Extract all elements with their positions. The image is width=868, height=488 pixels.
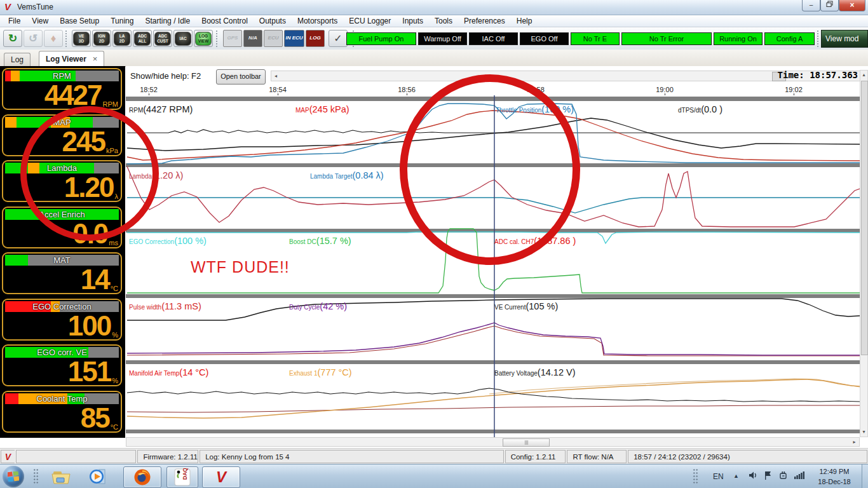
series-map-line — [127, 111, 860, 161]
status-indicator-running-on[interactable]: Running On — [714, 32, 763, 45]
series-name: VE Current — [494, 304, 526, 311]
status-indicator-fuel-pump-on[interactable]: Fuel Pump On — [346, 32, 416, 45]
chart-scroll-thumb[interactable] — [503, 438, 550, 447]
toolbar-n-a-button[interactable]: N/A — [243, 30, 262, 47]
series-value: (15.7 %) — [316, 236, 351, 246]
toolbar-adc-cust-button[interactable]: ADCCUST — [153, 30, 172, 47]
toolbar-reload-green-icon[interactable]: ↻ — [3, 30, 22, 47]
menu-item-tools[interactable]: Tools — [429, 15, 458, 27]
status-indicator-no-tr-e[interactable]: No Tr E — [571, 32, 620, 45]
menu-item-preferences[interactable]: Preferences — [458, 15, 511, 27]
power-plug-icon[interactable] — [779, 471, 788, 481]
help-hint-text: Show/hide help: F2 — [130, 71, 201, 81]
media-player-icon — [89, 468, 107, 485]
status-indicator-ego-off[interactable]: EGO Off — [520, 32, 569, 45]
taskbar-explorer-button[interactable] — [50, 466, 72, 487]
scroll-up-icon[interactable]: ▴ — [860, 71, 867, 79]
menu-item-view[interactable]: View — [26, 15, 54, 27]
series-dtps-line — [127, 130, 860, 133]
series-battery-line — [127, 388, 860, 402]
statusbar-vems-icon: V — [1, 450, 15, 463]
menu-item-motorsports[interactable]: Motorsports — [292, 15, 343, 27]
tray-expand-icon[interactable]: ▲ — [733, 473, 739, 479]
gauge-value: 245kPa — [62, 128, 118, 155]
tray-grip[interactable] — [693, 468, 698, 485]
gauge-unit: °C — [111, 284, 118, 293]
tab-log-viewer[interactable]: Log Viewer× — [39, 51, 104, 66]
gauge-unit: λ — [115, 192, 119, 201]
restore-button[interactable] — [820, 0, 839, 11]
status-indicator-config-a[interactable]: Config A — [764, 32, 815, 45]
menu-item-tuning[interactable]: Tuning — [105, 15, 139, 27]
menu-item-boost-control[interactable]: Boost Control — [196, 15, 254, 27]
gauge-number: 14 — [81, 266, 109, 293]
menu-item-base-setup[interactable]: Base Setup — [54, 15, 105, 27]
toolbar-ecu-button[interactable]: ECU — [264, 30, 283, 47]
toolbar-la-2d-button[interactable]: LA2D — [112, 30, 132, 47]
toolbar-ve-3d-button[interactable]: VE3D — [72, 30, 91, 47]
ve-3d-icon: VE3D — [73, 32, 90, 46]
menu-item-ecu-logger[interactable]: ECU Logger — [343, 15, 397, 27]
toolbar-log-button[interactable]: LOG — [306, 30, 325, 47]
statusbar-position: 18:57 / 24:12 (23202 / 29634) — [628, 450, 867, 463]
tab-close-icon[interactable]: × — [93, 54, 98, 64]
menu-item-outputs[interactable]: Outputs — [254, 15, 292, 27]
start-button[interactable] — [3, 466, 24, 487]
vertical-scroll-thumb[interactable] — [861, 81, 868, 355]
tab-label: Log Viewer — [46, 55, 86, 64]
show-desktop-button[interactable] — [862, 464, 868, 488]
gauge-mat: MAT14°C — [2, 252, 122, 294]
toolbar-gps-button[interactable]: GPS — [223, 30, 242, 47]
minimize-button[interactable]: – — [802, 0, 820, 11]
toolbar-iac-button[interactable]: IAC — [173, 30, 193, 47]
status-indicator-iac-off[interactable]: IAC Off — [469, 32, 518, 45]
menu-item-starting-idle[interactable]: Starting / Idle — [139, 15, 196, 27]
view-mode-button[interactable]: View mod — [821, 30, 868, 48]
series-label-adc-cal-ch7: ADC cal. CH7(1287.86 ) — [494, 235, 576, 247]
taskbar-clock[interactable]: 12:49 PM 18-Dec-18 — [812, 466, 857, 487]
taskbar-firefox-button[interactable] — [123, 466, 161, 488]
close-button[interactable]: × — [839, 0, 865, 11]
reload-gray-icon: ↺ — [24, 30, 42, 46]
toolbar-validate-button[interactable]: ✓ — [329, 30, 348, 47]
menu-item-inputs[interactable]: Inputs — [397, 15, 429, 27]
action-center-flag-icon[interactable] — [764, 471, 772, 481]
chart-scroll-right-icon[interactable]: ▸ — [850, 438, 858, 446]
toolbar-burn-flame-icon[interactable]: ♦ — [44, 30, 63, 47]
annotation-text: WTF DUDE!! — [191, 258, 290, 276]
toolbar-log-view-button[interactable]: LOGVIEW — [194, 30, 213, 47]
gauge-number: 1.20 — [64, 174, 114, 201]
series-name: dTPS/dt — [678, 107, 701, 114]
status-indicator-warmup-off[interactable]: Warmup Off — [418, 32, 467, 45]
volume-icon[interactable] — [749, 471, 757, 481]
chart-horizontal-scrollbar[interactable]: ▸ — [126, 437, 860, 447]
series-value: (0.0 ) — [701, 104, 722, 114]
toolbar-in-ecu-button[interactable]: IN ECU — [284, 30, 304, 47]
taskbar-idaq-button[interactable]: DAQ — [166, 466, 198, 488]
taskbar-grip[interactable] — [33, 468, 39, 485]
scroll-down-icon[interactable]: ▾ — [860, 428, 867, 437]
tab-log[interactable]: Log — [4, 53, 31, 66]
taskbar-mediaplayer-button[interactable] — [86, 466, 109, 487]
series-name: MAP — [295, 107, 309, 114]
toolbar-ign-2d-button[interactable]: IGN2D — [92, 30, 111, 47]
status-indicator-no-tr-error[interactable]: No Tr Error — [621, 32, 712, 45]
gauge-number: 245 — [62, 128, 105, 155]
series-ego-correction-line — [127, 232, 860, 243]
toolbar-adc-all-button[interactable]: ADCALL — [133, 30, 152, 47]
checkmark-icon: ✓ — [334, 33, 342, 44]
gauge-value: 100% — [68, 313, 118, 339]
window-title: VemsTune — [17, 3, 53, 11]
log-chart[interactable]: RPM(4427 RPM)MAP(245 kPa)Throttle Positi… — [126, 95, 860, 437]
language-indicator[interactable]: EN — [713, 472, 724, 481]
vertical-scrollbar[interactable]: ▴ ▾ — [860, 70, 868, 437]
menu-item-file[interactable]: File — [3, 15, 26, 27]
network-signal-icon[interactable] — [794, 471, 804, 480]
toolbar-reload-gray-icon[interactable]: ↺ — [24, 30, 43, 47]
taskbar-vemstune-button[interactable]: V — [202, 466, 240, 488]
series-value: (0.84 λ) — [353, 170, 384, 180]
scroll-left-icon[interactable]: ◂ — [271, 71, 280, 81]
burn-flame-icon: ♦ — [44, 30, 62, 46]
menu-item-help[interactable]: Help — [511, 15, 538, 27]
open-toolbar-button[interactable]: Open toolbar — [216, 69, 266, 85]
